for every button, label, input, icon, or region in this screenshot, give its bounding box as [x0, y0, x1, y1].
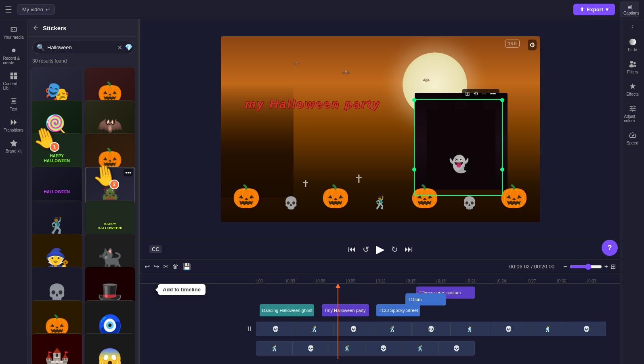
sidebar-item-adjust[interactable]: Adjust colors — [623, 101, 643, 126]
video-tab[interactable]: My video ↩ — [17, 4, 55, 15]
track-label: ⏸ — [140, 325, 256, 333]
video-tab-label: My video — [22, 6, 43, 13]
sidebar-item-transitions[interactable]: Transitions — [2, 115, 26, 135]
export-button[interactable]: ⬆ Export ▾ — [573, 4, 615, 15]
clip-icon: T — [379, 308, 382, 313]
track-pause-button[interactable]: ⏸ — [246, 325, 253, 333]
video-clip-2[interactable]: 🕺 💀 🕺 💀 🕺 💀 — [256, 341, 475, 356]
play-pause-button[interactable]: ▶ — [376, 243, 385, 256]
transitions-icon — [9, 118, 18, 127]
rotate-icon[interactable]: ⟲ — [473, 90, 478, 97]
castle-selection-border — [414, 99, 503, 196]
video-clip-1[interactable]: 💀 🕺 💀 🕺 💀 🕺 💀 🕺 💀 — [256, 322, 606, 336]
skip-to-start-button[interactable]: ⏮ — [348, 245, 356, 254]
ruler-mark: 0:06 — [316, 279, 346, 283]
back-button[interactable] — [32, 24, 40, 31]
video-frame: 🕺 — [295, 322, 334, 336]
more-options-icon[interactable]: ••• — [490, 90, 496, 97]
ruler-mark: 0:24 — [497, 279, 527, 283]
sticker-emoji: 🧟 — [101, 183, 119, 200]
collapse-sidebar-button[interactable]: ‹ — [631, 23, 634, 30]
sidebar-item-filters[interactable]: Filters — [623, 57, 643, 77]
zoom-slider[interactable] — [570, 264, 602, 270]
clip-123-spooky[interactable]: T 123 Spooky Street — [376, 304, 420, 316]
video-preview: 👻 ⊞ ⟲ ↔ ••• — [221, 36, 540, 222]
clear-search-button[interactable]: ✕ — [117, 44, 122, 51]
aspect-ratio-button[interactable]: 16:9 — [505, 40, 519, 48]
ruler-mark: 0:30 — [557, 279, 587, 283]
topbar: ☰ My video ↩ ⬆ Export ▾ 🖥 Captions — [0, 0, 644, 19]
video-frame: 🕺 — [256, 341, 293, 355]
zoom-out-button[interactable]: − — [563, 263, 567, 270]
sidebar-item-speed[interactable]: Speed — [623, 128, 643, 149]
video-settings-button[interactable]: ⚙ — [528, 40, 537, 50]
speed-icon — [629, 131, 637, 139]
sticker-item[interactable]: 🏰 — [31, 333, 82, 364]
delete-button[interactable]: 🗑 — [172, 263, 179, 270]
video-frame: 💀 — [438, 341, 474, 355]
clip-ghost[interactable]: Dancing Halloween ghost — [260, 304, 314, 316]
flip-icon[interactable]: ↔ — [481, 90, 487, 97]
panel-header: Stickers — [27, 19, 139, 37]
video-frame: 💀 — [489, 322, 528, 336]
undo-button[interactable]: ↩ — [145, 263, 150, 270]
cc-button[interactable]: CC — [149, 245, 162, 253]
forward-5s-button[interactable]: ↻ — [391, 245, 398, 254]
export-dropdown-icon: ▾ — [606, 6, 608, 13]
clip-icon: T — [324, 308, 327, 313]
track-row-text1: T Dress code: costum T 10pm — [140, 285, 621, 301]
selection-handle-br[interactable] — [412, 167, 416, 172]
video-background: 👻 ⊞ ⟲ ↔ ••• — [221, 36, 540, 222]
resize-icon[interactable]: ⊞ — [465, 90, 470, 97]
skip-to-end-button[interactable]: ⏭ — [405, 245, 413, 254]
redo-button[interactable]: ↪ — [154, 263, 159, 270]
save-button[interactable]: 💾 — [183, 263, 191, 270]
skeleton-1: 💀 — [283, 196, 298, 210]
video-frame: 🕺 — [451, 322, 489, 336]
video-controls: CC ⏮ ↺ ▶ ↻ ⏭ ⛶ — [140, 239, 621, 259]
cut-button[interactable]: ✂ — [163, 263, 168, 270]
ruler-mark: 0:12 — [376, 279, 407, 283]
magic-search-icon[interactable]: 💎 — [125, 44, 133, 51]
sticker-emoji: HALLOWEEN — [44, 190, 70, 194]
canvas-wrapper: 👻 ⊞ ⟲ ↔ ••• — [140, 19, 621, 364]
ruler-mark: 0:21 — [467, 279, 497, 283]
fit-timeline-button[interactable]: ⊞ — [610, 263, 616, 270]
canvas-area: 👻 ⊞ ⟲ ↔ ••• — [140, 19, 621, 239]
sidebar-item-fade[interactable]: Fade — [623, 35, 643, 55]
video-frame: 🕺 — [402, 341, 438, 355]
hamburger-menu[interactable]: ☰ — [5, 5, 12, 15]
selection-handle-tr[interactable] — [412, 98, 416, 102]
ruler-mark: 0:15 — [407, 279, 437, 283]
ruler-mark: 0:03 — [286, 279, 317, 283]
captions-button[interactable]: 🖥 Captions — [620, 2, 639, 17]
panel-resize-handle[interactable] — [138, 19, 139, 364]
sidebar-item-brand[interactable]: Brand kit — [2, 136, 26, 156]
media-icon — [9, 25, 18, 34]
track-content-video2: 🕺 💀 🕺 💀 🕺 💀 — [256, 339, 621, 357]
replay-5s-button[interactable]: ↺ — [363, 245, 369, 254]
sidebar-item-your-media[interactable]: Your media — [2, 23, 26, 42]
selection-handle-bl[interactable] — [500, 167, 504, 172]
sticker-more-button[interactable]: ••• — [124, 169, 133, 176]
help-button[interactable]: ? — [602, 240, 618, 256]
castle-toolbar[interactable]: ⊞ ⟲ ↔ ••• — [462, 89, 499, 98]
clip-my-halloween[interactable]: T my Halloween party — [322, 304, 369, 316]
sidebar-item-text[interactable]: Text — [2, 94, 26, 114]
brand-icon — [9, 139, 18, 148]
main-layout: Your media Record & create Content Lib. … — [0, 19, 644, 364]
track-content: Dancing Halloween ghost T my Halloween p… — [256, 303, 621, 318]
selection-handle-tl[interactable] — [500, 98, 504, 102]
search-input[interactable] — [47, 44, 115, 50]
left-sidebar: Your media Record & create Content Lib. … — [0, 19, 27, 364]
topbar-left: ☰ My video ↩ — [5, 4, 568, 15]
pumpkin-4: 🎃 — [500, 183, 528, 210]
sidebar-item-effects[interactable]: Effects — [623, 79, 643, 100]
sidebar-item-record[interactable]: Record & create — [2, 44, 26, 67]
video-frame: 🕺 — [329, 341, 365, 355]
sticker-item[interactable]: 😱 — [85, 333, 136, 364]
sidebar-item-content[interactable]: Content Lib. — [2, 69, 26, 93]
filters-icon — [629, 60, 637, 68]
ruler-mark: :00 — [256, 279, 286, 283]
zoom-in-button[interactable]: + — [604, 263, 608, 270]
